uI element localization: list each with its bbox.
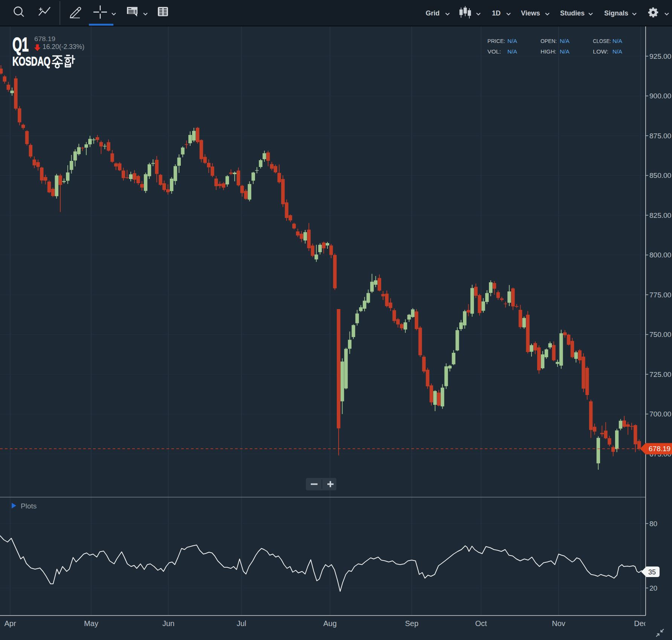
svg-text:KOSDAQ: KOSDAQ <box>12 54 50 68</box>
svg-text:HIGH:: HIGH: <box>541 48 556 55</box>
svg-text:Apr: Apr <box>4 619 16 628</box>
svg-text:PRICE:: PRICE: <box>487 38 505 44</box>
svg-text:850.00: 850.00 <box>649 171 671 179</box>
svg-text:750.00: 750.00 <box>649 331 671 338</box>
svg-text:N/A: N/A <box>560 38 570 44</box>
svg-text:Grid: Grid <box>426 9 440 17</box>
svg-text:800.00: 800.00 <box>649 251 671 259</box>
svg-text:900.00: 900.00 <box>649 92 671 100</box>
svg-text:20: 20 <box>649 584 657 592</box>
svg-text:VOL:: VOL: <box>487 48 501 55</box>
svg-text:875.00: 875.00 <box>649 132 671 140</box>
svg-text:678.19: 678.19 <box>34 35 55 43</box>
svg-text:Jul: Jul <box>237 619 246 628</box>
svg-text:OPEN:: OPEN: <box>541 38 557 44</box>
svg-text:Sep: Sep <box>405 619 418 628</box>
svg-text:Plots: Plots <box>21 502 37 510</box>
svg-text:CLOSE:: CLOSE: <box>593 38 611 44</box>
svg-text:Aug: Aug <box>323 619 337 628</box>
svg-text:LOW:: LOW: <box>593 48 608 55</box>
svg-text:Studies: Studies <box>560 9 585 17</box>
svg-text:Q1: Q1 <box>12 34 29 55</box>
svg-text:825.00: 825.00 <box>649 211 671 219</box>
svg-text:Signals: Signals <box>604 9 628 17</box>
svg-text:Nov: Nov <box>552 619 565 628</box>
svg-text:Views: Views <box>521 9 540 17</box>
svg-text:678.19: 678.19 <box>649 445 670 453</box>
svg-text:775.00: 775.00 <box>649 291 671 299</box>
svg-text:N/A: N/A <box>612 38 623 44</box>
svg-text:Oct: Oct <box>475 619 487 628</box>
svg-text:N/A: N/A <box>507 48 518 55</box>
svg-text:725.00: 725.00 <box>649 371 671 378</box>
svg-text:16.20(-2.33%): 16.20(-2.33%) <box>43 43 84 51</box>
svg-text:N/A: N/A <box>612 48 623 55</box>
svg-text:May: May <box>84 619 98 628</box>
svg-text:35: 35 <box>648 568 656 576</box>
svg-text:80: 80 <box>649 520 657 528</box>
svg-text:925.00: 925.00 <box>649 52 671 60</box>
svg-text:1D: 1D <box>492 9 501 17</box>
svg-text:Jun: Jun <box>162 619 174 628</box>
svg-text:N/A: N/A <box>560 48 570 55</box>
svg-text:700.00: 700.00 <box>649 410 671 418</box>
svg-text:N/A: N/A <box>507 38 518 44</box>
